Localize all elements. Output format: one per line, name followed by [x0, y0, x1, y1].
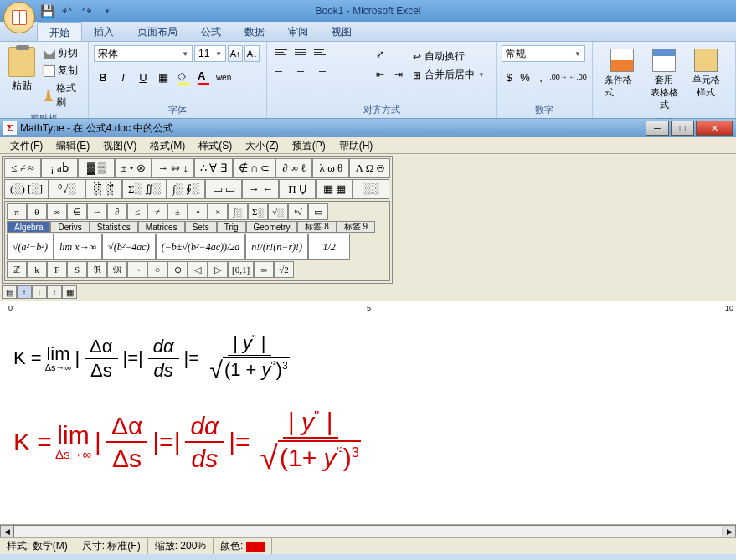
sb-3[interactable]: ↓	[32, 285, 47, 299]
bold-button[interactable]: B	[94, 68, 112, 86]
currency-button[interactable]: $	[502, 68, 517, 86]
mt-tab-6[interactable]: Geometry	[246, 221, 298, 233]
palette-r5-11[interactable]: [0,1]	[228, 261, 254, 278]
palette-r2-4[interactable]: ∫░ ∮░	[167, 179, 205, 199]
cell-styles-button[interactable]: 单元格 样式	[688, 49, 723, 111]
mt-tab-8[interactable]: 标签 9	[337, 221, 375, 233]
tab-insert[interactable]: 插入	[82, 22, 126, 41]
equation-canvas[interactable]: K = limΔs→∞ | ΔαΔs |=| dαds |= | y'' | √…	[0, 316, 736, 524]
menu-format[interactable]: 格式(M)	[143, 137, 192, 153]
palette-r2-3[interactable]: Σ░ ∬░	[122, 179, 167, 199]
menu-help[interactable]: 帮助(H)	[332, 137, 380, 153]
italic-button[interactable]: I	[114, 68, 132, 86]
palette-r3-5[interactable]: ∂	[107, 203, 127, 220]
palette-r5-7[interactable]: ○	[147, 261, 167, 278]
menu-view[interactable]: 视图(V)	[96, 137, 143, 153]
palette-r1-3[interactable]: ± • ⊗	[115, 158, 152, 178]
menu-preset[interactable]: 预置(P)	[286, 137, 332, 153]
redo-icon[interactable]: ↷	[80, 4, 94, 18]
mt-tab-4[interactable]: Sets	[185, 221, 217, 233]
palette-r5-6[interactable]: →	[127, 261, 147, 278]
palette-r1-5[interactable]: ∴ ∀ ∃	[194, 158, 233, 178]
template-1[interactable]: lim x→∞	[54, 234, 102, 260]
palette-r1-0[interactable]: ≤ ≠ ≈	[4, 158, 41, 178]
sb-4[interactable]: ↕	[47, 285, 62, 299]
close-button[interactable]: ✕	[696, 121, 733, 136]
palette-r5-5[interactable]: 𝔐	[107, 261, 127, 278]
mt-tab-5[interactable]: Trig	[217, 221, 246, 233]
menu-edit[interactable]: 编辑(E)	[49, 137, 96, 153]
undo-icon[interactable]: ↶	[60, 4, 74, 18]
palette-r1-1[interactable]: ¡ ab̄	[41, 158, 78, 178]
phonetic-button[interactable]: wén	[214, 68, 233, 86]
palette-r1-8[interactable]: λ ω θ	[312, 158, 349, 178]
template-3[interactable]: (−b±√(b²−4ac))/2a	[156, 234, 246, 260]
h-scrollbar[interactable]: ◀ ▶	[0, 524, 736, 537]
scroll-left-icon[interactable]: ◀	[0, 525, 13, 537]
office-button[interactable]	[3, 2, 35, 33]
tab-view[interactable]: 视图	[320, 22, 363, 41]
palette-r1-7[interactable]: ∂ ∞ ℓ	[275, 158, 312, 178]
palette-r3-13[interactable]: √░	[268, 203, 288, 220]
mt-tab-7[interactable]: 标签 8	[297, 221, 336, 233]
palette-r5-2[interactable]: F	[47, 261, 67, 278]
maximize-button[interactable]: □	[671, 121, 694, 136]
align-top-button[interactable]	[272, 45, 291, 64]
underline-button[interactable]: U	[134, 68, 152, 86]
align-center-button[interactable]	[291, 64, 310, 83]
template-5[interactable]: 1/2	[308, 234, 350, 260]
fill-color-button[interactable]: ◇	[174, 68, 193, 86]
palette-r2-9[interactable]: ░░	[353, 179, 389, 199]
palette-r5-13[interactable]: √2	[274, 261, 294, 278]
tab-home[interactable]: 开始	[37, 22, 82, 41]
palette-r3-14[interactable]: ⁿ√	[288, 203, 308, 220]
mt-tab-2[interactable]: Statistics	[90, 221, 138, 233]
increase-decimal-button[interactable]: .00→	[549, 68, 568, 86]
status-size[interactable]: 尺寸: 标准(F)	[75, 538, 148, 554]
palette-r5-8[interactable]: ⊕	[167, 261, 188, 278]
palette-r3-2[interactable]: ∞	[47, 203, 67, 220]
status-color[interactable]: 颜色:	[214, 538, 272, 554]
palette-r2-6[interactable]: → ←	[242, 179, 279, 199]
palette-r5-10[interactable]: ▷	[208, 261, 228, 278]
mathtype-titlebar[interactable]: Σ MathType - 在 公式4.doc 中的公式 ─ □ ✕	[0, 119, 736, 137]
palette-r5-0[interactable]: ℤ	[7, 261, 27, 278]
palette-r3-15[interactable]: ▭	[308, 203, 328, 220]
qat-more-icon[interactable]: ▼	[100, 4, 114, 18]
palette-r3-6[interactable]: ≤	[127, 203, 147, 220]
palette-r2-7[interactable]: Π Ụ	[279, 179, 316, 199]
align-bottom-button[interactable]	[311, 45, 329, 64]
table-format-button[interactable]: 套用 表格格式	[646, 49, 682, 111]
palette-r2-5[interactable]: ▭ ▭	[205, 179, 242, 199]
palette-r3-8[interactable]: ±	[167, 203, 188, 220]
palette-r3-12[interactable]: Σ░	[248, 203, 268, 220]
status-style[interactable]: 样式: 数学(M)	[0, 538, 75, 554]
palette-r3-0[interactable]: π	[7, 203, 27, 220]
tab-layout[interactable]: 页面布局	[126, 22, 189, 41]
sb-1[interactable]: ▤	[2, 285, 17, 299]
template-4[interactable]: n!/(r!(n−r)!)	[245, 234, 308, 260]
menu-file[interactable]: 文件(F)	[3, 137, 49, 153]
shrink-font-button[interactable]: A↓	[244, 45, 260, 62]
palette-r3-10[interactable]: ×	[208, 203, 228, 220]
palette-r2-8[interactable]: ▦ ▦	[316, 179, 353, 199]
palette-r3-11[interactable]: ∫░	[228, 203, 248, 220]
palette-r5-12[interactable]: ∞	[254, 261, 274, 278]
mt-tab-0[interactable]: Algebra	[7, 221, 50, 233]
align-left-button[interactable]	[272, 64, 291, 83]
status-zoom[interactable]: 缩放: 200%	[148, 538, 214, 554]
cut-button[interactable]: 剪切	[42, 45, 83, 61]
comma-button[interactable]: ,	[533, 68, 548, 86]
palette-r5-9[interactable]: ◁	[188, 261, 208, 278]
palette-r5-3[interactable]: S	[67, 261, 87, 278]
palette-r1-6[interactable]: ∉ ∩ ⊂	[233, 158, 276, 178]
template-0[interactable]: √(a²+b²)	[7, 234, 54, 260]
font-size-select[interactable]: 11▼	[194, 45, 226, 62]
palette-r1-9[interactable]: Λ Ω Θ	[349, 158, 390, 178]
font-color-button[interactable]: A	[194, 68, 213, 86]
minimize-button[interactable]: ─	[646, 121, 669, 136]
conditional-format-button[interactable]: 条件格式	[605, 49, 640, 111]
increase-indent-button[interactable]: ⇥	[389, 65, 408, 84]
palette-r2-2[interactable]: ░̄ ░⃗	[85, 179, 122, 199]
align-right-button[interactable]	[311, 64, 329, 83]
